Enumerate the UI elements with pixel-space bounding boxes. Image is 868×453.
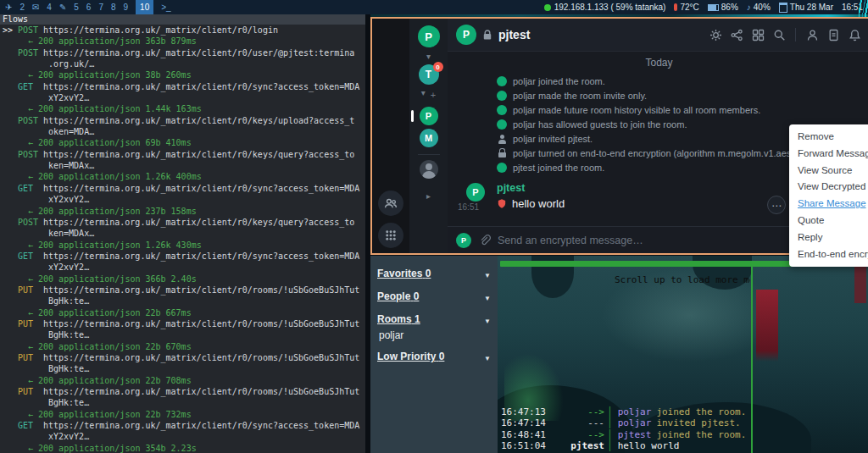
flow-url-wrap: xY2xvY2… — [3, 431, 365, 442]
add-room-icon[interactable] — [431, 90, 436, 100]
flow-url-wrap: BgHk:te… — [3, 329, 365, 340]
column-separator: │ — [607, 429, 613, 440]
chat-nick: poljar — [618, 406, 652, 417]
context-menu-item[interactable]: Share Message — [789, 196, 868, 213]
collapse-triangle-icon[interactable] — [484, 266, 491, 281]
workspace-cell[interactable]: 4 — [47, 0, 52, 14]
community-grid-button[interactable] — [378, 223, 403, 248]
flow-row[interactable]: PUThttps://termina.org.uk/_matrix/client… — [3, 285, 365, 318]
room-group-header[interactable]: People 0 — [377, 289, 491, 304]
room-list-panel: Favorites 0 People 0 — [370, 256, 498, 453]
flow-url: https://termina.org.uk/_matrix/client/r0… — [43, 184, 359, 193]
flow-row[interactable]: PUThttps://termina.org.uk/_matrix/client… — [3, 386, 365, 420]
flow-row[interactable]: POSThttps://termina.org.uk/_matrix/clien… — [3, 115, 365, 149]
room-avatar-selected[interactable]: P — [420, 107, 438, 125]
flow-row[interactable]: POSThttps://termina.org.uk/_matrix/clien… — [3, 47, 365, 81]
chat-line: 16:51:04pjtest│hello world — [501, 440, 746, 451]
context-menu-item[interactable]: Quote — [789, 213, 868, 229]
flow-url-wrap: BgHk:te… — [3, 296, 365, 307]
room-group-header[interactable]: Favorites 0 — [377, 266, 491, 281]
message-avatar[interactable]: P — [466, 183, 485, 202]
notifications-button[interactable] — [847, 27, 862, 42]
chat-nick: pjtest — [618, 429, 652, 440]
unverified-shield-icon[interactable] — [497, 198, 507, 209]
collapse-triangle-icon[interactable] — [484, 312, 491, 327]
temperature-status: 72°C — [674, 3, 698, 12]
workspace-cell[interactable]: ✉ — [32, 0, 39, 14]
flow-url: https://termina.org.uk/_matrix/client/r0… — [43, 218, 354, 227]
workspace-cell[interactable]: >_ — [161, 0, 170, 14]
workspace-cell[interactable]: 8 — [111, 0, 116, 14]
default-avatar[interactable] — [420, 160, 438, 179]
share-button[interactable] — [729, 27, 744, 42]
context-menu-item[interactable]: View Source — [789, 163, 868, 180]
people-button[interactable] — [378, 191, 403, 216]
flow-url-wrap: BgHk:te… — [3, 363, 365, 374]
room-avatar[interactable]: P — [456, 25, 476, 45]
flow-row[interactable]: GEThttps://termina.org.uk/_matrix/client… — [3, 420, 365, 453]
members-button[interactable] — [804, 27, 820, 42]
settings-button[interactable] — [708, 27, 723, 42]
flow-row[interactable]: PUThttps://termina.org.uk/_matrix/client… — [3, 318, 365, 352]
workspace-cell[interactable]: 2 — [19, 0, 25, 14]
calendar-icon — [779, 3, 787, 13]
files-button[interactable] — [826, 27, 841, 42]
search-button[interactable] — [771, 27, 787, 42]
chevron-right-icon[interactable] — [426, 192, 431, 201]
flow-request-line: GEThttps://termina.org.uk/_matrix/client… — [3, 81, 365, 92]
workspace-cell[interactable]: 10 — [136, 0, 153, 14]
context-menu-item[interactable]: View Decrypted Source — [789, 179, 868, 196]
event-icon — [497, 105, 507, 115]
flow-row[interactable]: PUThttps://termina.org.uk/_matrix/client… — [3, 352, 365, 386]
flow-url-wrap: oken=MDA… — [3, 126, 365, 137]
flow-method: POST — [18, 115, 43, 126]
room-item[interactable]: poljar — [379, 329, 491, 341]
section-controls — [421, 90, 436, 100]
context-menu-item[interactable]: End-to-end encryption information — [789, 246, 868, 263]
flow-row[interactable]: >>POSThttps://termina.org.uk/_matrix/cli… — [3, 25, 365, 47]
flow-row[interactable]: POSThttps://termina.org.uk/_matrix/clien… — [3, 217, 365, 251]
apps-button[interactable] — [750, 27, 765, 42]
workspace-cell[interactable]: ✎ — [59, 0, 66, 14]
room-group: Rooms 1 poljar — [377, 312, 491, 341]
flow-request-line: POSThttps://termina.org.uk/_matrix/clien… — [3, 47, 365, 58]
timeline-event: poljar made the room invite only. — [497, 88, 868, 102]
context-menu-item[interactable]: Forward Message — [789, 146, 868, 163]
workspace-cell[interactable]: 9 — [124, 0, 129, 14]
room-avatar-m[interactable]: M — [420, 129, 438, 147]
message-options-button[interactable] — [767, 196, 786, 214]
room-group-header[interactable]: Rooms 1 — [377, 312, 491, 327]
flow-request-line: GEThttps://termina.org.uk/_matrix/client… — [3, 251, 365, 262]
collapse-triangle-icon[interactable] — [484, 349, 491, 364]
day-separator: Today — [448, 57, 868, 69]
chevron-down-icon[interactable] — [421, 89, 426, 97]
flow-url: https://termina.org.uk/_matrix/client/r0… — [43, 285, 359, 295]
room-group-header[interactable]: Low Priority 0 — [377, 349, 491, 364]
flow-row[interactable]: GEThttps://termina.org.uk/_matrix/client… — [3, 81, 365, 115]
context-menu-item[interactable]: Reply — [789, 229, 868, 246]
user-avatar[interactable]: P — [418, 25, 440, 47]
workspace-cell[interactable]: 7 — [98, 0, 103, 14]
workspace-cell[interactable]: 5 — [74, 0, 79, 14]
timeline-event: poljar joined the room. — [497, 74, 868, 88]
event-text: poljar has allowed guests to join the ro… — [513, 119, 687, 130]
workspace-cell[interactable]: 6 — [86, 0, 92, 14]
attachment-button[interactable] — [478, 234, 491, 246]
flow-method: GET — [18, 81, 43, 92]
message-text: hello world — [512, 197, 565, 210]
context-menu-item[interactable]: Remove — [789, 129, 868, 146]
flow-row[interactable]: POSThttps://termina.org.uk/_matrix/clien… — [3, 149, 365, 183]
chat-prefix: --- — [557, 417, 604, 428]
flow-url-wrap: BgHk:te… — [3, 397, 365, 408]
column-separator: │ — [607, 440, 613, 451]
chevron-down-icon[interactable] — [426, 52, 431, 61]
flow-row[interactable]: GEThttps://termina.org.uk/_matrix/client… — [3, 251, 365, 285]
event-icon — [497, 134, 507, 144]
collapse-triangle-icon[interactable] — [484, 289, 491, 304]
workspace-cell[interactable]: ✈ — [5, 0, 12, 14]
flow-request-line: PUThttps://termina.org.uk/_matrix/client… — [3, 318, 365, 329]
message-input[interactable]: Send an encrypted message… — [498, 235, 837, 246]
room-group: People 0 — [377, 289, 491, 304]
flow-row[interactable]: GEThttps://termina.org.uk/_matrix/client… — [3, 183, 365, 217]
encrypted-lock-icon — [482, 30, 492, 41]
